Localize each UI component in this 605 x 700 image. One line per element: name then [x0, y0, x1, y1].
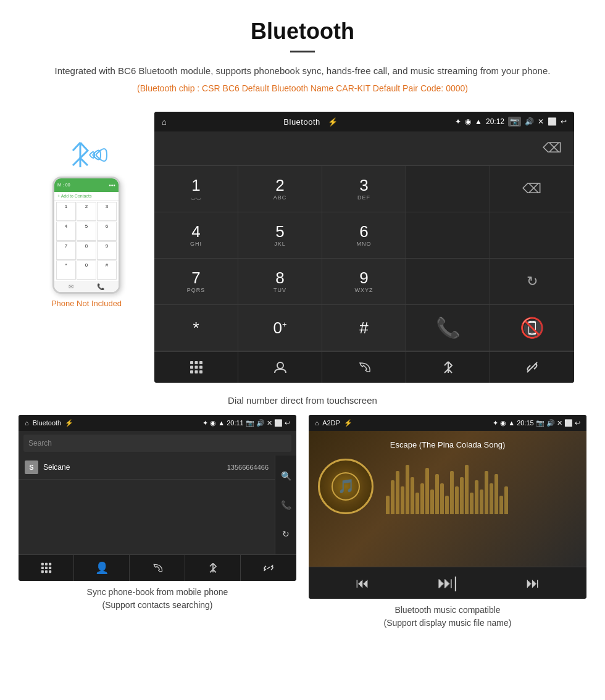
key-refresh[interactable]: ↻	[490, 259, 574, 305]
volume-icon: 🔊	[525, 117, 534, 126]
pb-bottom-bar: 👤	[19, 554, 296, 581]
link-btn[interactable]	[490, 352, 574, 383]
svg-rect-23	[41, 570, 43, 573]
bluetooth-specs: (Bluetooth chip : CSR BC6 Default Blueto…	[37, 83, 568, 93]
phone-key-0: 0	[77, 260, 96, 280]
pb-refresh-icon[interactable]: ↻	[282, 529, 290, 539]
prev-btn[interactable]: ⏮	[356, 575, 369, 591]
signal-icon: ▲	[475, 117, 482, 126]
svg-rect-24	[44, 570, 47, 573]
music-content: Escape (The Pina Colada Song) 🎵	[309, 431, 586, 567]
dialpad-btn[interactable]	[154, 352, 238, 383]
key-4[interactable]: 4GHI	[154, 212, 238, 259]
svg-rect-8	[199, 366, 202, 369]
key-3[interactable]: 3DEF	[322, 166, 406, 212]
pb-contact-name: Seicane	[43, 463, 227, 472]
key-backspace-large[interactable]: ⌫	[490, 166, 574, 212]
phonebook-section: ⌂ Bluetooth ⚡ ✦ ◉ ▲ 20:11 📷 🔊 ✕ ⬜ ↩ Sear…	[19, 415, 296, 630]
key-9[interactable]: 9WXYZ	[322, 259, 406, 305]
close-icon: ✕	[538, 117, 544, 126]
phone-key-8: 8	[77, 241, 96, 260]
pb-dialpad-btn[interactable]	[19, 555, 74, 581]
phone-mockup-area: M：00 ●●● + Add to Contacts 1 2 3 4 5 6 7…	[31, 112, 142, 308]
key-empty-r2c4	[406, 212, 490, 259]
key-8[interactable]: 8TUV	[238, 259, 322, 305]
phone-top-bar: M：00 ●●●	[54, 178, 119, 192]
phone-key-7: 7	[56, 241, 76, 260]
svg-point-12	[277, 362, 283, 369]
music-equalizer-bars	[386, 459, 577, 514]
key-1[interactable]: 1◡◡	[154, 166, 238, 212]
key-7[interactable]: 7PQRS	[154, 259, 238, 305]
phone-not-included-label: Phone Not Included	[51, 299, 122, 308]
dial-grid: 1◡◡ 2ABC 3DEF ⌫ 4GHI 5JKL 6MNO	[154, 165, 574, 351]
svg-rect-5	[199, 361, 202, 364]
dial-bottom-bar	[154, 351, 574, 383]
key-empty-r3c4	[406, 259, 490, 305]
svg-rect-6	[190, 366, 193, 369]
back-icon: ↩	[561, 117, 567, 126]
svg-rect-25	[49, 570, 51, 573]
key-call[interactable]: 📞	[406, 305, 490, 351]
svg-rect-20	[41, 567, 43, 569]
key-star[interactable]: *	[154, 305, 238, 351]
dial-status-bar: ⌂ Bluetooth ⚡ ✦ ◉ ▲ 20:12 📷 🔊 ✕ ⬜ ↩	[154, 112, 574, 131]
svg-rect-18	[44, 563, 47, 565]
dial-caption: Dial number direct from touchscreen	[0, 389, 605, 415]
pb-status-bar: ⌂ Bluetooth ⚡ ✦ ◉ ▲ 20:11 📷 🔊 ✕ ⬜ ↩	[19, 415, 296, 431]
pb-status-right: ✦ ◉ ▲ 20:11 📷 🔊 ✕ ⬜ ↩	[202, 419, 290, 427]
pb-search-icon[interactable]: 🔍	[281, 471, 291, 481]
window-icon: ⬜	[548, 117, 557, 126]
status-left: ⌂	[162, 117, 167, 127]
music-status-right: ✦ ◉ ▲ 20:15 📷 🔊 ✕ ⬜ ↩	[493, 419, 580, 427]
svg-line-29	[267, 567, 270, 569]
page-header: Bluetooth Integrated with BC6 Bluetooth …	[0, 0, 605, 106]
camera-icon: 📷	[508, 117, 521, 127]
music-song-title: Escape (The Pina Colada Song)	[390, 440, 505, 449]
pb-phone-btn[interactable]	[130, 555, 185, 581]
phone-bottom-bar: ✉ 📞	[54, 281, 119, 292]
key-hash[interactable]: #	[322, 305, 406, 351]
next-btn[interactable]: ⏭	[526, 575, 540, 591]
key-5[interactable]: 5JKL	[238, 212, 322, 259]
music-art-area: 🎵	[318, 459, 577, 514]
svg-rect-9	[190, 370, 193, 373]
svg-rect-17	[41, 563, 43, 565]
svg-rect-21	[44, 567, 47, 569]
bluetooth-nav-btn[interactable]	[406, 352, 490, 383]
svg-line-2	[73, 158, 80, 165]
phone-key-2: 2	[77, 202, 96, 221]
calls-btn[interactable]	[322, 352, 406, 383]
key-2[interactable]: 2ABC	[238, 166, 322, 212]
dial-screenshot: ⌂ Bluetooth ⚡ ✦ ◉ ▲ 20:12 📷 🔊 ✕ ⬜ ↩ ⌫	[154, 112, 574, 383]
status-right: ✦ ◉ ▲ 20:12 📷 🔊 ✕ ⬜ ↩	[455, 117, 567, 127]
play-pause-btn[interactable]: ⏭|	[438, 573, 458, 593]
music-status-bar: ⌂ A2DP ⚡ ✦ ◉ ▲ 20:15 📷 🔊 ✕ ⬜ ↩	[309, 415, 586, 431]
pb-link-btn[interactable]	[241, 555, 296, 581]
bt-status-icon: ✦	[455, 117, 461, 126]
key-end[interactable]: 📵	[490, 305, 574, 351]
phonebook-caption: Sync phone-book from mobile phone (Suppo…	[19, 581, 296, 612]
pb-contact-row[interactable]: S Seicane 13566664466	[19, 456, 275, 480]
contacts-btn[interactable]	[238, 352, 322, 383]
page-description: Integrated with BC6 Bluetooth module, su…	[37, 64, 568, 78]
phone-key-4: 4	[56, 222, 76, 241]
pb-bt-btn[interactable]	[185, 555, 241, 581]
phone-key-6: 6	[97, 222, 117, 241]
pb-status-left: ⌂ Bluetooth ⚡	[25, 419, 73, 427]
music-caption: Bluetooth music compatible (Support disp…	[309, 599, 586, 630]
phone-key-3: 3	[97, 202, 117, 221]
phone-key-5: 5	[77, 222, 96, 241]
svg-rect-11	[199, 370, 202, 373]
key-0[interactable]: 0+	[238, 305, 322, 351]
pb-call-icon[interactable]: 📞	[281, 500, 291, 510]
main-section: M：00 ●●● + Add to Contacts 1 2 3 4 5 6 7…	[0, 106, 605, 389]
key-6[interactable]: 6MNO	[322, 212, 406, 259]
backspace-btn[interactable]: ⌫	[543, 140, 562, 156]
svg-text:🎵: 🎵	[338, 478, 355, 494]
time-display: 20:12	[486, 117, 504, 126]
status-center: Bluetooth ⚡	[283, 117, 338, 127]
home-icon: ⌂	[162, 117, 167, 127]
pb-search-bar[interactable]: Search	[23, 435, 291, 452]
pb-user-btn[interactable]: 👤	[74, 555, 130, 581]
